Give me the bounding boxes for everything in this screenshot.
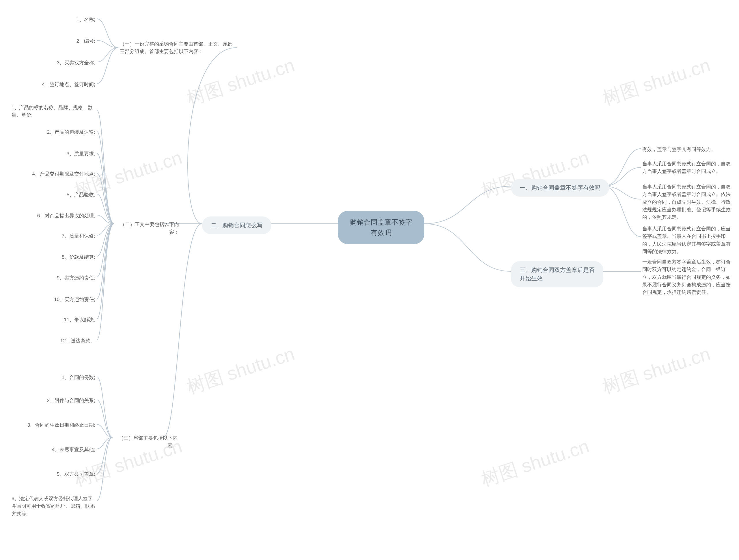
connector-lines bbox=[0, 0, 739, 560]
watermark: 树图 shutu.cn bbox=[599, 341, 714, 400]
section2-sub2[interactable]: （二）正文主要包括以下内容： bbox=[116, 221, 179, 236]
sub3-item-1: 2、附件与合同的关系; bbox=[47, 397, 95, 404]
section-3[interactable]: 三、购销合同双方盖章后是否开始生效 bbox=[511, 261, 603, 287]
sub2-item-1: 2、产品的包装及运输; bbox=[47, 128, 95, 136]
sub1-item-2: 3、买卖双方全称; bbox=[57, 59, 95, 67]
section2-sub3[interactable]: （三）尾部主要包括以下内容： bbox=[114, 434, 177, 449]
sub2-item-0: 1、产品的标的名称、品牌、规格、数量、单价; bbox=[12, 104, 97, 119]
watermark: 树图 shutu.cn bbox=[184, 341, 298, 400]
section3-leaf: 一般合同自双方签字盖章后生效，签订合同时双方可以约定违约金，合同一经订立，双方就… bbox=[642, 258, 735, 296]
sub2-item-9: 10、买方违约责任; bbox=[54, 296, 95, 303]
section1-leaf-1: 当事人采用合同书形式订立合同的，自双方当事人签字或者盖章时合同成立。 bbox=[642, 160, 735, 175]
sub2-item-5: 6、对产品提出异议的处理; bbox=[37, 212, 95, 220]
watermark: 树图 shutu.cn bbox=[184, 52, 298, 111]
sub2-item-7: 8、价款及结算; bbox=[62, 254, 95, 261]
sub2-item-6: 7、质量和保修; bbox=[62, 232, 95, 240]
section2-sub1[interactable]: （一）一份完整的采购合同主要由首部、正文、尾部三部分组成。首部主要包括以下内容： bbox=[120, 40, 235, 55]
sub3-item-4: 5、双方公司盖章; bbox=[57, 470, 95, 478]
sub2-item-4: 5、产品验收; bbox=[67, 191, 95, 198]
sub1-item-1: 2、编号; bbox=[77, 37, 95, 45]
section1-leaf-0: 有效，盖章与签字具有同等效力。 bbox=[642, 146, 735, 153]
section-1[interactable]: 一、购销合同盖章不签字有效吗 bbox=[511, 179, 609, 196]
watermark: 树图 shutu.cn bbox=[478, 434, 592, 492]
section1-leaf-2: 当事人采用合同书形式订立合同的，自双方当事人签字或者盖章时合同成立。依法成立的合… bbox=[642, 183, 735, 222]
root-node[interactable]: 购销合同盖章不签字有效吗 bbox=[338, 211, 424, 244]
section1-leaf-3: 当事人采用合同书形式订立合同的，应当签字或盖章。当事人在合同书上按手印的，人民法… bbox=[642, 225, 735, 256]
section-2[interactable]: 二、购销合同怎么写 bbox=[202, 217, 271, 234]
sub1-item-3: 4、签订地点、签订时间; bbox=[42, 81, 95, 88]
sub2-item-2: 3、质量要求; bbox=[67, 150, 95, 158]
sub2-item-3: 4、产品交付期限及交付地点; bbox=[32, 170, 95, 178]
sub3-item-5: 6、法定代表人或双方委托代理人签字并写明可用于收寄的地址、邮箱、联系方式等; bbox=[12, 495, 97, 518]
sub3-item-3: 4、未尽事宜及其他; bbox=[52, 446, 95, 453]
watermark: 树图 shutu.cn bbox=[599, 52, 714, 111]
sub2-item-10: 11、争议解决; bbox=[64, 316, 95, 323]
sub1-item-0: 1、名称; bbox=[77, 16, 95, 23]
sub2-item-8: 9、卖方违约责任; bbox=[57, 274, 95, 282]
sub3-item-0: 1、合同的份数; bbox=[62, 374, 95, 381]
sub3-item-2: 3、合同的生效日期和终止日期; bbox=[27, 421, 95, 429]
sub2-item-11: 12、送达条款。 bbox=[60, 337, 95, 345]
